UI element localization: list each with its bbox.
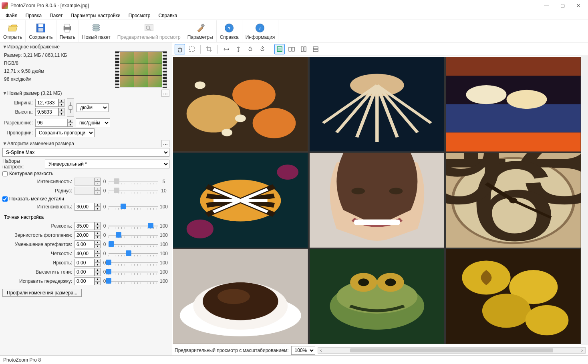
sharpness-spinner[interactable]: ▲▼ — [95, 222, 101, 230]
exposure-input[interactable] — [75, 277, 95, 285]
width-spinner[interactable]: ▲▼ — [58, 99, 64, 107]
menu-file[interactable]: Файл — [2, 12, 22, 19]
link-dimensions-button[interactable] — [67, 98, 74, 117]
rotate-right-button[interactable] — [257, 44, 268, 54]
width-input[interactable] — [35, 99, 58, 107]
vertical-scrollbar[interactable] — [582, 56, 588, 345]
flip-horizontal-button[interactable] — [221, 44, 232, 54]
menu-help[interactable]: Справка — [154, 12, 181, 19]
grain-spinner[interactable]: ▲▼ — [95, 231, 101, 239]
help-button[interactable]: ? Справка — [217, 20, 242, 42]
grain-label: Зернистость фотопленки: — [2, 232, 75, 238]
view-single-button[interactable] — [274, 44, 285, 54]
source-thumbnail[interactable] — [115, 51, 167, 88]
options-button[interactable]: Параметры — [184, 20, 217, 42]
source-section-header: ▼ Исходное изображение — [2, 42, 169, 50]
slider-min: 0 — [101, 232, 109, 238]
exposure-spinner[interactable]: ▲▼ — [95, 277, 101, 285]
crisp-input[interactable] — [75, 250, 95, 258]
crisp-label: Четкость: — [2, 251, 75, 256]
vivid-input[interactable] — [75, 259, 95, 267]
fd-intensity-slider[interactable] — [109, 203, 158, 211]
collapse-icon[interactable]: ▼ — [2, 141, 7, 146]
slider-max: 100 — [158, 232, 169, 238]
shadows-spinner[interactable]: ▲▼ — [95, 268, 101, 276]
hand-tool-button[interactable] — [175, 44, 185, 54]
menu-edit[interactable]: Правка — [22, 12, 46, 19]
height-spinner[interactable]: ▲▼ — [58, 108, 64, 116]
crisp-slider[interactable] — [109, 250, 158, 258]
artifact-spinner[interactable]: ▲▼ — [95, 240, 101, 248]
sharpness-slider[interactable] — [109, 222, 158, 230]
svg-point-26 — [187, 95, 241, 133]
grain-input[interactable] — [75, 231, 95, 239]
vivid-spinner[interactable]: ▲▼ — [95, 259, 101, 267]
collapse-icon[interactable]: ▼ — [2, 44, 7, 50]
svg-point-28 — [253, 108, 296, 138]
view-stack-button[interactable] — [310, 44, 321, 54]
resolution-spinner[interactable]: ▲▼ — [67, 119, 73, 127]
crisp-spinner[interactable]: ▲▼ — [95, 250, 101, 258]
resolution-input[interactable] — [35, 119, 67, 127]
zoom-select[interactable]: 100% — [291, 346, 315, 355]
rotate-right-icon — [259, 46, 266, 52]
unsharp-checkbox[interactable] — [2, 171, 8, 176]
menu-settings[interactable]: Параметры настройки — [67, 12, 125, 19]
view-split-h-button[interactable] — [286, 44, 297, 54]
menu-batch[interactable]: Пакет — [46, 12, 66, 19]
algo-options-button[interactable]: … — [161, 140, 169, 147]
preview-toolbar — [172, 42, 588, 56]
grain-slider[interactable] — [109, 231, 158, 239]
artifact-input[interactable] — [75, 240, 95, 248]
horizontal-scrollbar[interactable]: ‹› — [318, 347, 586, 354]
print-button[interactable]: Печать — [56, 20, 79, 42]
window-close-button[interactable]: ✕ — [570, 0, 586, 11]
finedetails-checkbox[interactable] — [2, 196, 8, 202]
flip-vertical-button[interactable] — [233, 44, 244, 54]
rotate-left-button[interactable] — [245, 44, 256, 54]
sharpness-input[interactable] — [75, 222, 95, 230]
unsharp-intensity-input — [75, 178, 95, 186]
artifact-slider[interactable] — [109, 240, 158, 248]
window-minimize-button[interactable]: — — [538, 0, 554, 11]
resize-presets-button[interactable]: Профили изменения размера... — [2, 289, 82, 297]
slider-max: 100 — [158, 223, 169, 229]
batch-icon — [91, 22, 102, 34]
proportions-select[interactable]: Сохранить пропорции — [35, 128, 95, 137]
marquee-tool-button[interactable] — [187, 44, 197, 54]
view-split-v-button[interactable] — [298, 44, 309, 54]
view-stack-icon — [312, 46, 319, 52]
info-label: Информация — [246, 34, 275, 40]
resolution-unit-select[interactable]: пкс/дюйм — [76, 118, 110, 127]
slider-min: 0 — [101, 223, 109, 229]
preset-select[interactable]: Универсальный * — [45, 160, 169, 168]
save-button[interactable]: Сохранить — [26, 20, 56, 42]
menu-view[interactable]: Просмотр — [125, 12, 155, 19]
settings-sidebar: ▼ Исходное изображение Размер: 3,21 МБ /… — [0, 42, 172, 355]
resize-method-select[interactable]: S-Spline Max — [2, 148, 169, 157]
shadows-slider[interactable] — [109, 268, 158, 276]
open-button[interactable]: Открыть — [0, 20, 26, 42]
svg-rect-54 — [354, 219, 400, 225]
preview-image[interactable]: 12369 — [173, 57, 581, 344]
unit-select[interactable]: дюйм — [77, 103, 109, 112]
newsize-options-button[interactable]: … — [161, 90, 169, 97]
view-single-icon — [276, 46, 283, 52]
new-batch-button[interactable]: Новый пакет — [79, 20, 114, 42]
new-batch-label: Новый пакет — [82, 34, 111, 40]
crop-tool-button[interactable] — [204, 44, 214, 54]
fd-intensity-input[interactable] — [75, 203, 95, 211]
height-input[interactable] — [35, 108, 58, 116]
exposure-slider[interactable] — [109, 277, 158, 285]
fd-intensity-spinner[interactable]: ▲▼ — [95, 203, 101, 211]
svg-point-79 — [482, 294, 531, 328]
vivid-slider[interactable] — [109, 259, 158, 267]
window-maximize-button[interactable]: ▢ — [554, 0, 570, 11]
shadows-input[interactable] — [75, 268, 95, 276]
collapse-icon[interactable]: ▼ — [2, 90, 7, 96]
svg-point-68 — [217, 289, 250, 304]
svg-rect-46 — [446, 57, 581, 76]
save-label: Сохранить — [29, 34, 53, 40]
info-button[interactable]: i Информация — [242, 20, 278, 42]
printer-icon — [62, 22, 73, 34]
